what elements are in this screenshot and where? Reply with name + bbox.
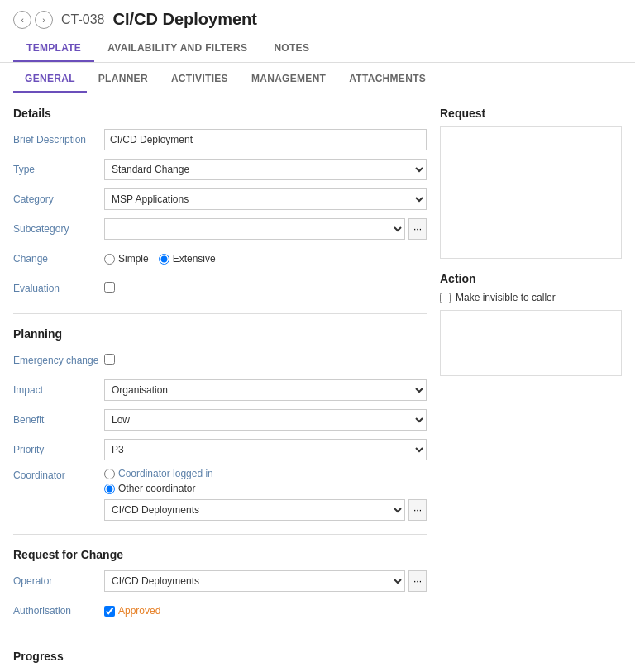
tab-activities[interactable]: ACTIVITIES xyxy=(160,66,240,93)
navigation-arrows: ‹ › xyxy=(13,11,53,29)
category-select[interactable]: MSP Applications IT Applications Infrast… xyxy=(104,188,427,210)
change-row: Change Simple Extensive xyxy=(13,247,427,270)
tab-planner[interactable]: PLANNER xyxy=(87,66,160,93)
record-id: CT-038 xyxy=(61,12,104,27)
request-title: Request xyxy=(440,107,622,120)
change-simple-option[interactable]: Simple xyxy=(104,253,149,265)
benefit-select[interactable]: Low Medium High xyxy=(104,409,427,431)
evaluation-row: Evaluation xyxy=(13,277,427,300)
tab-management[interactable]: MANAGEMENT xyxy=(240,66,337,93)
chevron-right-icon: › xyxy=(42,15,45,25)
action-section: Action Make invisible to caller xyxy=(440,272,622,376)
subcategory-row: Subcategory ··· xyxy=(13,217,427,241)
request-section: Request xyxy=(440,107,622,259)
category-control: MSP Applications IT Applications Infrast… xyxy=(104,188,427,210)
request-box xyxy=(440,126,622,259)
coordinator-select[interactable]: CI/CD Deployments IT Operations DevOps T… xyxy=(104,499,405,521)
type-select[interactable]: Standard Change Emergency Change Normal … xyxy=(104,159,427,180)
authorisation-approved-text: Approved xyxy=(118,605,160,617)
evaluation-control xyxy=(104,282,427,295)
category-label: Category xyxy=(13,193,104,205)
brief-description-label: Brief Description xyxy=(13,134,104,145)
action-box xyxy=(440,310,622,376)
coordinator-ellipsis-button[interactable]: ··· xyxy=(408,499,427,521)
emergency-change-label: Emergency change xyxy=(13,355,104,366)
impact-control: Organisation Department User xyxy=(104,379,427,401)
header: ‹ › CT-038 CI/CD Deployment xyxy=(0,0,635,36)
impact-select[interactable]: Organisation Department User xyxy=(104,379,427,401)
change-label: Change xyxy=(13,253,104,265)
sub-tab-bar: GENERAL PLANNER ACTIVITIES MANAGEMENT AT… xyxy=(0,66,635,93)
rfc-operator-row: Operator CI/CD Deployments IT Operations… xyxy=(13,570,427,593)
brief-description-control xyxy=(104,129,427,150)
benefit-row: Benefit Low Medium High xyxy=(13,408,427,431)
subcategory-select[interactable] xyxy=(104,218,405,240)
evaluation-label: Evaluation xyxy=(13,283,104,294)
tab-availability-and-filters[interactable]: AVAILABILITY AND FILTERS xyxy=(94,36,260,62)
planning-divider xyxy=(13,534,427,535)
request-for-change-title: Request for Change xyxy=(13,548,427,561)
coordinator-row: Coordinator Coordinator logged in Other … xyxy=(13,468,427,521)
coordinator-logged-in-option[interactable]: Coordinator logged in xyxy=(104,468,213,479)
rfc-operator-select[interactable]: CI/CD Deployments IT Operations xyxy=(104,570,405,592)
tab-attachments[interactable]: ATTACHMENTS xyxy=(337,66,437,93)
emergency-change-row: Emergency change xyxy=(13,349,427,372)
chevron-left-icon: ‹ xyxy=(21,15,24,25)
authorisation-control: Approved xyxy=(104,605,427,617)
planning-section: Planning Emergency change Impact Organis… xyxy=(13,327,427,521)
progress-section: Progress Authorisation by Operator Manag… xyxy=(13,650,427,672)
nav-next-button[interactable]: › xyxy=(35,11,53,29)
details-divider xyxy=(13,313,427,314)
main-content: Details Brief Description Type Standard … xyxy=(0,93,635,672)
tab-general[interactable]: GENERAL xyxy=(13,66,87,93)
details-title: Details xyxy=(13,107,427,120)
coordinator-label: Coordinator xyxy=(13,468,104,521)
brief-description-row: Brief Description xyxy=(13,128,427,151)
make-invisible-checkbox[interactable] xyxy=(440,293,451,303)
action-title: Action xyxy=(440,272,622,285)
emergency-change-checkbox[interactable] xyxy=(104,354,115,365)
coordinator-other-label: Other coordinator xyxy=(118,483,195,494)
planning-title: Planning xyxy=(13,327,427,341)
emergency-change-control xyxy=(104,354,427,367)
tab-notes[interactable]: NOTES xyxy=(260,36,322,62)
rfc-operator-control: CI/CD Deployments IT Operations ··· xyxy=(104,570,427,592)
request-for-change-section: Request for Change Operator CI/CD Deploy… xyxy=(13,548,427,622)
coordinator-logged-in-radio[interactable] xyxy=(104,469,115,479)
change-extensive-radio[interactable] xyxy=(159,254,169,265)
rfc-divider xyxy=(13,636,427,636)
top-tab-bar: TEMPLATE AVAILABILITY AND FILTERS NOTES xyxy=(0,36,635,63)
change-extensive-label: Extensive xyxy=(173,253,216,265)
impact-row: Impact Organisation Department User xyxy=(13,379,427,402)
priority-control: P1 P2 P3 P4 xyxy=(104,439,427,460)
nav-prev-button[interactable]: ‹ xyxy=(13,11,31,29)
rfc-operator-label: Operator xyxy=(13,575,104,587)
left-panel: Details Brief Description Type Standard … xyxy=(13,107,427,672)
coordinator-logged-in-label: Coordinator logged in xyxy=(118,468,213,479)
type-control: Standard Change Emergency Change Normal … xyxy=(104,159,427,180)
subcategory-ellipsis-button[interactable]: ··· xyxy=(408,218,427,240)
coordinator-control: Coordinator logged in Other coordinator … xyxy=(104,468,427,521)
benefit-control: Low Medium High xyxy=(104,409,427,431)
brief-description-input[interactable] xyxy=(104,129,427,150)
benefit-label: Benefit xyxy=(13,414,104,426)
page-title: CI/CD Deployment xyxy=(112,10,256,29)
details-section: Details Brief Description Type Standard … xyxy=(13,107,427,300)
change-simple-radio[interactable] xyxy=(104,254,115,265)
evaluation-checkbox[interactable] xyxy=(104,282,115,293)
coordinator-other-option[interactable]: Other coordinator xyxy=(104,483,195,494)
tab-template[interactable]: TEMPLATE xyxy=(13,36,94,62)
change-control: Simple Extensive xyxy=(104,253,427,265)
impact-label: Impact xyxy=(13,384,104,396)
coordinator-other-radio[interactable] xyxy=(104,484,115,494)
authorisation-row: Authorisation Approved xyxy=(13,599,427,622)
make-invisible-label: Make invisible to caller xyxy=(456,292,556,303)
progress-title: Progress xyxy=(13,650,427,663)
rfc-operator-ellipsis-button[interactable]: ··· xyxy=(408,570,427,592)
authorisation-checkbox[interactable] xyxy=(104,606,115,617)
change-extensive-option[interactable]: Extensive xyxy=(159,253,216,265)
type-label: Type xyxy=(13,164,104,175)
change-simple-label: Simple xyxy=(118,253,149,265)
priority-select[interactable]: P1 P2 P3 P4 xyxy=(104,439,427,460)
category-row: Category MSP Applications IT Application… xyxy=(13,188,427,211)
